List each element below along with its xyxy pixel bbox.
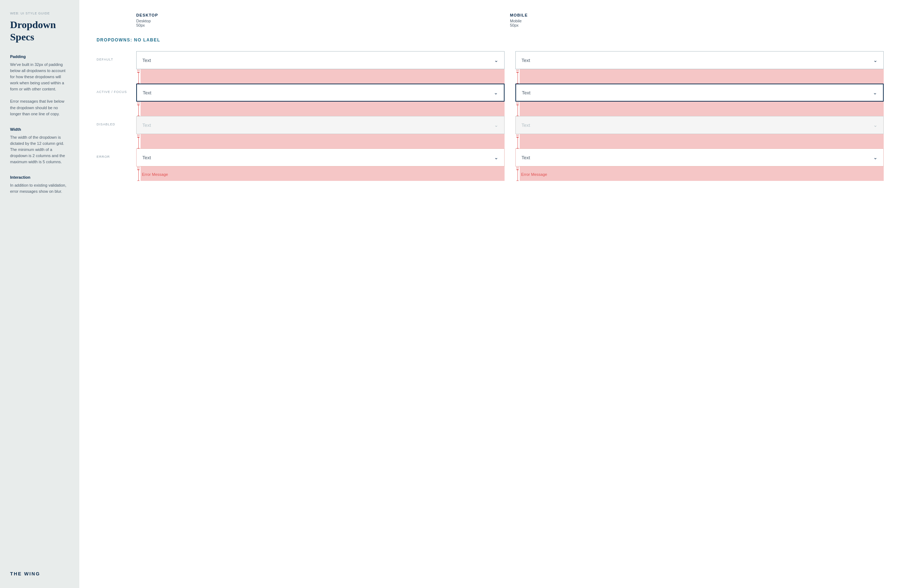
dropdown-wrapper-0-1: Text⌄32 — [515, 51, 884, 84]
error-message-3-1: Error Message — [521, 171, 884, 177]
padding-number-1-1: 32 — [516, 102, 519, 104]
vertical-line-1-1 — [518, 105, 518, 116]
vertical-line-2-1 — [518, 138, 518, 148]
dropdown-wrapper-2-0: Text⌄32 — [136, 116, 505, 148]
dropdown-text-1-1: Text — [522, 90, 530, 95]
tick-left-2-0: 32 — [136, 134, 140, 148]
chevron-down-icon-1-0: ⌄ — [494, 90, 498, 96]
padding-number-0-0: 32 — [137, 69, 140, 72]
dropdown-row-active-/-focus: ACTIVE / FOCUSText⌄32Text⌄32 — [97, 84, 884, 116]
dropdown-control-1-0[interactable]: Text⌄ — [136, 84, 505, 102]
vertical-line-1-0 — [139, 105, 139, 116]
sidebar-title: DropdownSpecs — [10, 19, 69, 43]
tick-left-1-1: 32 — [515, 102, 520, 116]
padding-area-3-0: 32Error Message — [136, 166, 505, 181]
chevron-down-icon-3-0: ⌄ — [494, 154, 499, 161]
tick-left-1-0: 32 — [136, 102, 140, 116]
column-headers: DESKTOP Desktop 50px MOBILE Mobile 50px — [136, 13, 884, 27]
dropdown-grid: DEFAULTText⌄32Text⌄32ACTIVE / FOCUSText⌄… — [97, 51, 884, 181]
width-text: The width of the dropdown is dictated by… — [10, 134, 69, 165]
sidebar-section-padding: Padding We've built in 32px of padding b… — [10, 54, 69, 117]
dropdown-control-0-0[interactable]: Text⌄ — [136, 51, 505, 69]
bottom-tick-3-1 — [516, 180, 519, 181]
vertical-line-3-0 — [139, 170, 139, 180]
padding-area-0-1: 32 — [515, 69, 884, 84]
dropdown-col-3-1: Text⌄32Error Message — [515, 148, 884, 181]
padding-number-3-1: 32 — [516, 166, 519, 169]
tick-left-3-0: 32 — [136, 166, 140, 181]
mobile-title: MOBILE — [510, 13, 876, 17]
pink-area-3-1: Error Message — [520, 166, 884, 181]
sidebar-footer: THE WING — [10, 571, 69, 577]
padding-area-3-1: 32Error Message — [515, 166, 884, 181]
section-title: DROPDOWNS: NO LABEL — [97, 37, 884, 42]
pink-area-1-0 — [140, 102, 505, 116]
padding-number-2-0: 32 — [137, 134, 140, 137]
tick-left-2-1: 32 — [515, 134, 520, 148]
dropdown-col-0-1: Text⌄32 — [515, 51, 884, 84]
vertical-line-3-1 — [518, 170, 518, 180]
dropdown-text-3-1: Text — [522, 155, 530, 160]
dropdown-row-error: ERRORText⌄32Error MessageText⌄32Error Me… — [97, 148, 884, 181]
padding-area-1-1: 32 — [515, 102, 884, 116]
mobile-sub1: Mobile — [510, 19, 876, 23]
pink-area-3-0: Error Message — [140, 166, 505, 181]
padding-area-2-1: 32 — [515, 134, 884, 148]
padding-number-2-1: 32 — [516, 134, 519, 137]
padding-text: We've built in 32px of padding below all… — [10, 62, 69, 117]
pink-area-0-0 — [140, 69, 505, 84]
padding-area-0-0: 32 — [136, 69, 505, 84]
padding-heading: Padding — [10, 54, 69, 59]
desktop-sub2: 50px — [136, 23, 503, 27]
pink-area-2-0 — [140, 134, 505, 148]
interaction-text: In addition to existing validation, erro… — [10, 182, 69, 194]
dropdown-wrapper-0-0: Text⌄32 — [136, 51, 505, 84]
bottom-tick-3-0 — [137, 180, 139, 181]
padding-number-3-0: 32 — [137, 166, 140, 169]
row-columns-2: Text⌄32Text⌄32 — [136, 116, 884, 148]
chevron-down-icon-2-0: ⌄ — [494, 122, 499, 128]
chevron-down-icon-0-1: ⌄ — [873, 57, 878, 64]
sidebar-eyebrow: WEB: UI STYLE GUIDE — [10, 11, 69, 15]
row-label-3: ERROR — [97, 148, 136, 159]
error-message-3-0: Error Message — [142, 171, 505, 177]
dropdown-control-2-1[interactable]: Text⌄ — [515, 116, 884, 134]
dropdown-control-3-1[interactable]: Text⌄ — [515, 148, 884, 166]
tick-left-0-1: 32 — [515, 69, 520, 84]
desktop-column-header: DESKTOP Desktop 50px — [136, 13, 510, 27]
pink-area-2-1 — [520, 134, 884, 148]
mobile-sub2: 50px — [510, 23, 876, 27]
dropdown-control-3-0[interactable]: Text⌄ — [136, 148, 505, 166]
dropdown-col-2-0: Text⌄32 — [136, 116, 505, 148]
pink-area-1-1 — [520, 102, 884, 116]
row-columns-1: Text⌄32Text⌄32 — [136, 84, 884, 116]
chevron-down-icon-0-0: ⌄ — [494, 57, 499, 64]
dropdown-wrapper-2-1: Text⌄32 — [515, 116, 884, 148]
dropdown-col-1-1: Text⌄32 — [515, 84, 884, 116]
chevron-down-icon-1-1: ⌄ — [873, 90, 877, 96]
dropdown-text-0-0: Text — [142, 58, 151, 63]
padding-number-1-0: 32 — [137, 102, 140, 104]
vertical-line-2-0 — [139, 138, 139, 148]
dropdown-wrapper-1-0: Text⌄32 — [136, 84, 505, 116]
vertical-line-0-0 — [139, 73, 139, 83]
padding-area-1-0: 32 — [136, 102, 505, 116]
dropdown-col-3-0: Text⌄32Error Message — [136, 148, 505, 181]
sidebar-top: WEB: UI STYLE GUIDE DropdownSpecs Paddin… — [10, 11, 69, 205]
dropdown-text-2-1: Text — [522, 123, 530, 128]
dropdown-text-1-0: Text — [143, 90, 151, 95]
row-columns-3: Text⌄32Error MessageText⌄32Error Message — [136, 148, 884, 181]
dropdown-control-1-1[interactable]: Text⌄ — [515, 84, 884, 102]
dropdown-control-2-0[interactable]: Text⌄ — [136, 116, 505, 134]
padding-number-0-1: 32 — [516, 69, 519, 72]
mobile-column-header: MOBILE Mobile 50px — [510, 13, 884, 27]
row-columns-0: Text⌄32Text⌄32 — [136, 51, 884, 84]
interaction-heading: Interaction — [10, 175, 69, 179]
dropdown-wrapper-3-0: Text⌄32Error Message — [136, 148, 505, 181]
desktop-sub1: Desktop — [136, 19, 503, 23]
sidebar-section-interaction: Interaction In addition to existing vali… — [10, 175, 69, 194]
row-label-1: ACTIVE / FOCUS — [97, 84, 136, 94]
sidebar-section-width: Width The width of the dropdown is dicta… — [10, 127, 69, 165]
width-heading: Width — [10, 127, 69, 132]
dropdown-control-0-1[interactable]: Text⌄ — [515, 51, 884, 69]
